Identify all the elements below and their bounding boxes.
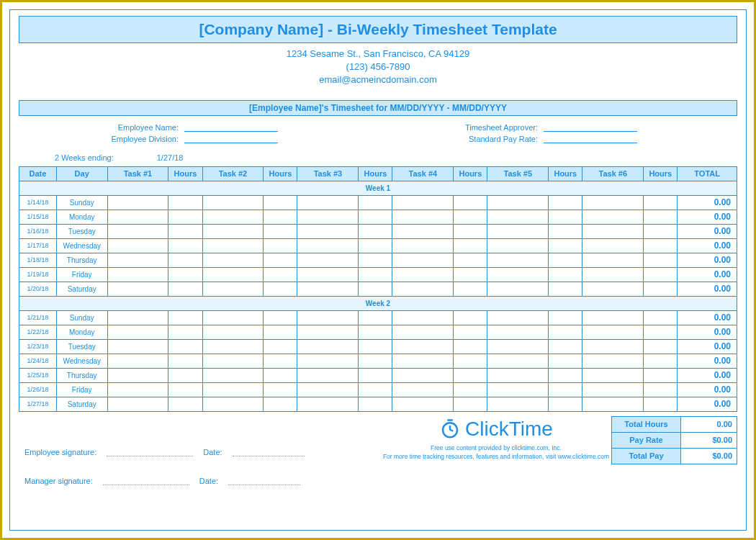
task-cell[interactable] bbox=[107, 354, 168, 368]
task-cell[interactable] bbox=[202, 368, 264, 382]
hours-cell[interactable] bbox=[644, 195, 678, 210]
pay-rate-input[interactable] bbox=[544, 135, 637, 143]
hours-cell[interactable] bbox=[454, 339, 487, 354]
hours-cell[interactable] bbox=[168, 282, 202, 296]
task-cell[interactable] bbox=[297, 282, 359, 296]
task-cell[interactable] bbox=[107, 397, 168, 411]
hours-cell[interactable] bbox=[454, 267, 487, 282]
task-cell[interactable] bbox=[487, 368, 549, 382]
hours-cell[interactable] bbox=[168, 267, 202, 282]
hours-cell[interactable] bbox=[454, 310, 487, 325]
task-cell[interactable] bbox=[582, 354, 644, 368]
hours-cell[interactable] bbox=[549, 339, 582, 354]
task-cell[interactable] bbox=[487, 267, 549, 282]
task-cell[interactable] bbox=[392, 224, 454, 238]
hours-cell[interactable] bbox=[359, 253, 392, 267]
hours-cell[interactable] bbox=[359, 238, 392, 253]
hours-cell[interactable] bbox=[168, 253, 202, 267]
hours-cell[interactable] bbox=[264, 310, 297, 325]
hours-cell[interactable] bbox=[359, 397, 392, 411]
hours-cell[interactable] bbox=[644, 282, 678, 296]
task-cell[interactable] bbox=[202, 310, 264, 325]
hours-cell[interactable] bbox=[264, 267, 297, 282]
task-cell[interactable] bbox=[202, 354, 264, 368]
hours-cell[interactable] bbox=[644, 267, 678, 282]
hours-cell[interactable] bbox=[168, 325, 202, 339]
task-cell[interactable] bbox=[487, 354, 549, 368]
hours-cell[interactable] bbox=[264, 282, 297, 296]
task-cell[interactable] bbox=[107, 310, 168, 325]
approver-input[interactable] bbox=[544, 123, 637, 132]
task-cell[interactable] bbox=[202, 238, 264, 253]
task-cell[interactable] bbox=[202, 224, 264, 238]
hours-cell[interactable] bbox=[549, 397, 582, 411]
task-cell[interactable] bbox=[582, 310, 644, 325]
task-cell[interactable] bbox=[487, 397, 549, 411]
task-cell[interactable] bbox=[487, 253, 549, 267]
hours-cell[interactable] bbox=[264, 382, 297, 397]
hours-cell[interactable] bbox=[359, 195, 392, 210]
hours-cell[interactable] bbox=[644, 253, 678, 267]
hours-cell[interactable] bbox=[454, 397, 487, 411]
hours-cell[interactable] bbox=[359, 310, 392, 325]
hours-cell[interactable] bbox=[454, 325, 487, 339]
task-cell[interactable] bbox=[392, 325, 454, 339]
task-cell[interactable] bbox=[582, 224, 644, 238]
hours-cell[interactable] bbox=[264, 238, 297, 253]
hours-cell[interactable] bbox=[549, 195, 582, 210]
task-cell[interactable] bbox=[107, 238, 168, 253]
task-cell[interactable] bbox=[582, 339, 644, 354]
task-cell[interactable] bbox=[487, 238, 549, 253]
hours-cell[interactable] bbox=[454, 282, 487, 296]
hours-cell[interactable] bbox=[644, 238, 678, 253]
emp-sig-line[interactable] bbox=[107, 448, 193, 456]
hours-cell[interactable] bbox=[168, 354, 202, 368]
task-cell[interactable] bbox=[297, 368, 359, 382]
hours-cell[interactable] bbox=[168, 210, 202, 224]
task-cell[interactable] bbox=[202, 267, 264, 282]
hours-cell[interactable] bbox=[549, 267, 582, 282]
task-cell[interactable] bbox=[582, 368, 644, 382]
hours-cell[interactable] bbox=[549, 368, 582, 382]
task-cell[interactable] bbox=[582, 238, 644, 253]
task-cell[interactable] bbox=[487, 382, 549, 397]
hours-cell[interactable] bbox=[359, 368, 392, 382]
hours-cell[interactable] bbox=[644, 325, 678, 339]
task-cell[interactable] bbox=[582, 195, 644, 210]
task-cell[interactable] bbox=[487, 339, 549, 354]
task-cell[interactable] bbox=[107, 282, 168, 296]
task-cell[interactable] bbox=[297, 267, 359, 282]
task-cell[interactable] bbox=[107, 382, 168, 397]
task-cell[interactable] bbox=[297, 238, 359, 253]
hours-cell[interactable] bbox=[454, 368, 487, 382]
task-cell[interactable] bbox=[392, 354, 454, 368]
task-cell[interactable] bbox=[392, 210, 454, 224]
task-cell[interactable] bbox=[107, 325, 168, 339]
hours-cell[interactable] bbox=[359, 282, 392, 296]
task-cell[interactable] bbox=[202, 382, 264, 397]
emp-div-input[interactable] bbox=[184, 135, 278, 143]
task-cell[interactable] bbox=[487, 325, 549, 339]
task-cell[interactable] bbox=[392, 238, 454, 253]
hours-cell[interactable] bbox=[549, 282, 582, 296]
task-cell[interactable] bbox=[297, 224, 359, 238]
task-cell[interactable] bbox=[297, 325, 359, 339]
hours-cell[interactable] bbox=[549, 253, 582, 267]
task-cell[interactable] bbox=[107, 339, 168, 354]
task-cell[interactable] bbox=[487, 310, 549, 325]
task-cell[interactable] bbox=[487, 195, 549, 210]
hours-cell[interactable] bbox=[264, 397, 297, 411]
task-cell[interactable] bbox=[582, 325, 644, 339]
hours-cell[interactable] bbox=[549, 210, 582, 224]
hours-cell[interactable] bbox=[359, 354, 392, 368]
task-cell[interactable] bbox=[107, 210, 168, 224]
task-cell[interactable] bbox=[392, 282, 454, 296]
task-cell[interactable] bbox=[582, 267, 644, 282]
hours-cell[interactable] bbox=[549, 325, 582, 339]
task-cell[interactable] bbox=[297, 253, 359, 267]
task-cell[interactable] bbox=[202, 282, 264, 296]
task-cell[interactable] bbox=[392, 253, 454, 267]
hours-cell[interactable] bbox=[264, 325, 297, 339]
hours-cell[interactable] bbox=[454, 253, 487, 267]
hours-cell[interactable] bbox=[264, 354, 297, 368]
